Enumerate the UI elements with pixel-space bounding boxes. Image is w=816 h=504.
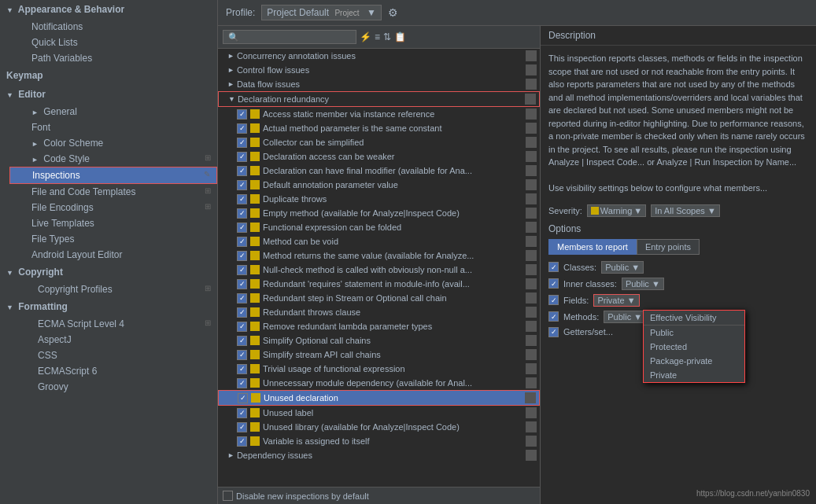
methods-checkbox[interactable]: ✓	[548, 311, 559, 322]
sidebar-item-groovy[interactable]: Groovy	[9, 379, 217, 395]
dropdown-package-private[interactable]: Package-private	[644, 354, 744, 368]
fields-checkbox[interactable]: ✓	[548, 295, 559, 305]
inspection-item-15[interactable]: ✓Null-check method is called with obviou…	[218, 263, 540, 277]
checkbox-22[interactable]: ✓	[237, 364, 247, 374]
inspection-item-19[interactable]: ✓Remove redundant lambda parameter types	[218, 319, 540, 333]
checkbox-26[interactable]: ✓	[237, 422, 247, 432]
classes-select[interactable]: Public ▼	[601, 261, 644, 274]
sidebar-section-editor[interactable]: ▼ Editor	[0, 85, 217, 104]
filter-icon[interactable]: ⚡	[360, 31, 371, 42]
inspection-item-11[interactable]: ✓Empty method (available for Analyze|Ins…	[218, 206, 540, 220]
tab-members[interactable]: Members to report	[548, 239, 637, 255]
checkbox-23[interactable]: ✓	[237, 378, 247, 388]
sidebar-item-file-code-templates[interactable]: File and Code Templates ⊞	[9, 184, 217, 200]
group-declaration-redundancy[interactable]: ▼ Declaration redundancy	[218, 91, 540, 107]
scope-select[interactable]: In All Scopes ▼	[651, 204, 720, 217]
inspection-item-17[interactable]: ✓Redundant step in Stream or Optional ca…	[218, 291, 540, 305]
group-concurrency[interactable]: ► Concurrency annotation issues	[218, 49, 540, 63]
sidebar-section-appearance[interactable]: ▼ Appearance & Behavior	[0, 0, 217, 19]
checkbox-12[interactable]: ✓	[237, 223, 247, 233]
sidebar-item-aspectj[interactable]: AspectJ	[9, 332, 217, 348]
group-dependency[interactable]: ► Dependency issues	[218, 448, 540, 462]
sidebar-item-file-encodings[interactable]: File Encodings ⊞	[9, 200, 217, 215]
inspection-item-26[interactable]: ✓Unused library (available for Analyze|I…	[218, 420, 540, 434]
sidebar-item-copyright-profiles[interactable]: Copyright Profiles ⊞	[9, 281, 217, 297]
inspection-item-12[interactable]: ✓Functional expression can be folded	[218, 220, 540, 234]
disable-new-inspections[interactable]: Disable new inspections by default	[223, 491, 369, 501]
gear-icon[interactable]: ⚙	[388, 6, 398, 19]
inspection-item-22[interactable]: ✓Trivial usage of functional expression	[218, 362, 540, 376]
inspection-item-23[interactable]: ✓Unnecessary module dependency (availabl…	[218, 376, 540, 390]
inspection-item-25[interactable]: ✓Unused label	[218, 406, 540, 420]
checkbox-5[interactable]: ✓	[237, 123, 247, 134]
inspection-item-16[interactable]: ✓Redundant 'requires' statement in modul…	[218, 277, 540, 291]
inspection-item-5[interactable]: ✓Actual method parameter is the same con…	[218, 121, 540, 135]
checkbox-11[interactable]: ✓	[237, 208, 247, 219]
checkbox-21[interactable]: ✓	[237, 350, 247, 360]
sidebar-item-font[interactable]: Font	[9, 120, 217, 135]
sidebar-item-path-variables[interactable]: Path Variables	[9, 50, 217, 66]
sidebar-item-live-templates[interactable]: Live Templates	[9, 215, 217, 231]
checkbox-16[interactable]: ✓	[237, 279, 247, 289]
checkbox-4[interactable]: ✓	[237, 109, 247, 120]
inspection-item-27[interactable]: ✓Variable is assigned to itself	[218, 434, 540, 448]
sidebar-item-general[interactable]: ► General	[9, 104, 217, 120]
inspection-item-6[interactable]: ✓Collector can be simplified	[218, 135, 540, 149]
dropdown-protected[interactable]: Protected	[644, 340, 744, 354]
group-data-flow[interactable]: ► Data flow issues	[218, 77, 540, 91]
sidebar-item-ecma6[interactable]: ECMAScript 6	[9, 363, 217, 379]
inspection-item-9[interactable]: ✓Default annotation parameter value	[218, 178, 540, 192]
checkbox-27[interactable]: ✓	[237, 436, 247, 447]
fields-select[interactable]: Private ▼	[593, 294, 639, 307]
group-control-flow[interactable]: ► Control flow issues	[218, 63, 540, 77]
checkbox-13[interactable]: ✓	[237, 237, 247, 247]
inspection-item-18[interactable]: ✓Redundant throws clause	[218, 305, 540, 319]
checkbox-17[interactable]: ✓	[237, 293, 247, 304]
expand-all-icon[interactable]: ⇅	[383, 31, 391, 42]
checkbox-15[interactable]: ✓	[237, 265, 247, 275]
inspection-item-4[interactable]: ✓Access static member via instance refer…	[218, 107, 540, 121]
inspection-item-8[interactable]: ✓Declaration can have final modifier (av…	[218, 164, 540, 178]
sidebar-item-quick-lists[interactable]: Quick Lists	[9, 35, 217, 50]
profile-select[interactable]: Project Default Project ▼	[261, 5, 381, 20]
getters-checkbox[interactable]: ✓	[548, 327, 559, 337]
sidebar-item-inspections[interactable]: Inspections ✎	[9, 167, 217, 184]
checkbox-18[interactable]: ✓	[237, 307, 247, 318]
dropdown-private[interactable]: Private	[644, 368, 744, 382]
sidebar-section-keymap[interactable]: Keymap	[0, 66, 217, 85]
inner-classes-select[interactable]: Public ▼	[622, 278, 664, 290]
sidebar-item-ecma4[interactable]: ECMA Script Level 4 ⊞	[9, 316, 217, 332]
search-input[interactable]	[223, 30, 356, 44]
checkbox-8[interactable]: ✓	[237, 166, 247, 176]
classes-checkbox[interactable]: ✓	[548, 262, 559, 272]
inspection-item-14[interactable]: ✓Method returns the same value (availabl…	[218, 248, 540, 263]
sidebar-item-css[interactable]: CSS	[9, 348, 217, 363]
inspection-item-7[interactable]: ✓Declaration access can be weaker	[218, 149, 540, 164]
disable-checkbox[interactable]	[223, 491, 233, 501]
export-icon[interactable]: 📋	[394, 31, 406, 42]
checkbox-20[interactable]: ✓	[237, 336, 247, 346]
sidebar-item-code-style[interactable]: ► Code Style ⊞	[9, 151, 217, 167]
sidebar-item-file-types[interactable]: File Types	[9, 231, 217, 247]
checkbox-25[interactable]: ✓	[237, 408, 247, 418]
checkbox-10[interactable]: ✓	[237, 194, 247, 204]
inspection-item-24[interactable]: ✓Unused declaration	[218, 390, 540, 406]
checkbox-24[interactable]: ✓	[238, 393, 248, 403]
checkbox-7[interactable]: ✓	[237, 152, 247, 162]
inspection-item-20[interactable]: ✓Simplify Optional call chains	[218, 333, 540, 348]
sidebar-item-color-scheme[interactable]: ► Color Scheme	[9, 135, 217, 151]
severity-select[interactable]: Warning ▼	[587, 204, 646, 217]
sidebar-section-formatting[interactable]: ▼ Formatting	[0, 297, 217, 316]
methods-select[interactable]: Public ▼	[604, 311, 646, 323]
checkbox-14[interactable]: ✓	[237, 251, 247, 261]
inner-classes-checkbox[interactable]: ✓	[548, 278, 559, 289]
dropdown-public[interactable]: Public	[644, 326, 744, 340]
tab-entry-points[interactable]: Entry points	[637, 239, 700, 255]
collapse-icon[interactable]: ≡	[375, 31, 380, 42]
checkbox-6[interactable]: ✓	[237, 138, 247, 148]
inspection-item-21[interactable]: ✓Simplify stream API call chains	[218, 348, 540, 362]
sidebar-item-android-layout[interactable]: Android Layout Editor	[9, 247, 217, 263]
checkbox-9[interactable]: ✓	[237, 180, 247, 190]
inspection-item-13[interactable]: ✓Method can be void	[218, 234, 540, 248]
checkbox-19[interactable]: ✓	[237, 322, 247, 332]
